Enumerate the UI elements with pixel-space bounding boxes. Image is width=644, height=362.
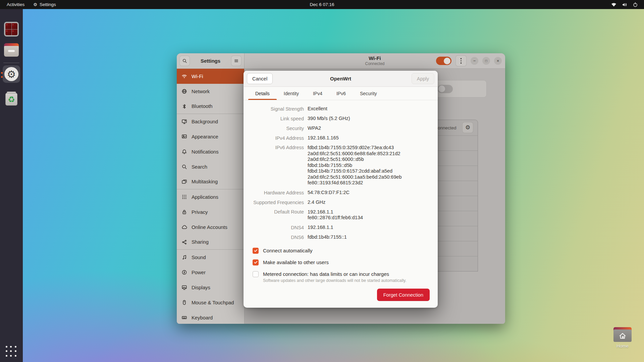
minimize-button[interactable]: − (471, 57, 478, 65)
detail-row: Signal StrengthExcellent (244, 106, 438, 112)
sidebar-item-appearance[interactable]: Appearance (177, 129, 244, 144)
checkbox[interactable] (253, 259, 259, 265)
sound-icon (181, 254, 187, 260)
sidebar-item-displays[interactable]: Displays (177, 280, 244, 295)
checkbox[interactable] (253, 248, 259, 254)
sidebar-item-online-accounts[interactable]: Online Accounts (177, 220, 244, 235)
sidebar-item-background[interactable]: Background (177, 114, 244, 129)
sidebar-item-bluetooth[interactable]: Bluetooth (177, 99, 244, 114)
main-menu-button[interactable] (231, 56, 241, 66)
sidebar-item-mouse[interactable]: Mouse & Touchpad (177, 295, 244, 310)
wifi-toggle[interactable] (436, 57, 451, 65)
checkbox-label: Metered connection: has data limits or c… (263, 271, 389, 277)
detail-label: IPv6 Address (244, 145, 304, 186)
hamburger-menu-icon (234, 58, 239, 63)
detail-label: Security (244, 125, 304, 131)
dialog-headerbar: OpenWrt Cancel Apply (244, 71, 438, 87)
more-options-button[interactable] (455, 55, 467, 66)
sidebar-item-multitasking[interactable]: Multitasking (177, 174, 244, 189)
home-folder-label: Home (612, 344, 633, 349)
close-button[interactable]: × (494, 57, 502, 65)
search-icon (182, 58, 187, 63)
activities-button[interactable]: Activities (7, 2, 24, 7)
sidebar-item-label: Privacy (192, 209, 208, 215)
network-icon (181, 88, 187, 94)
checkbox-row: Metered connection: has data limits or c… (253, 271, 430, 277)
dialog-tabs: DetailsIdentityIPv4IPv6Security (244, 87, 438, 100)
detail-label: Link speed (244, 116, 304, 122)
detail-label: Hardware Address (244, 190, 304, 196)
sidebar-item-notifications[interactable]: Notifications (177, 144, 244, 159)
sidebar-item-sound[interactable]: Sound (177, 250, 244, 265)
detail-value: WPA2 (308, 125, 321, 131)
sidebar-item-label: Mouse & Touchpad (192, 300, 234, 305)
sidebar-item-wifi[interactable]: Wi-Fi (177, 69, 244, 84)
apply-button[interactable]: Apply (412, 73, 434, 84)
dock-files-icon[interactable] (4, 43, 19, 57)
sidebar-item-label: Power (192, 270, 206, 275)
detail-label: Supported Frequencies (244, 199, 304, 205)
search-button[interactable] (179, 56, 190, 66)
app-gear-icon: ⚙ (33, 2, 37, 7)
connection-details-dialog: OpenWrt Cancel Apply DetailsIdentityIPv4… (244, 71, 438, 308)
sidebar-item-applications[interactable]: Applications (177, 189, 244, 204)
detail-label: DNS6 (244, 234, 304, 240)
detail-value: 2.4 GHz (308, 199, 325, 205)
clock[interactable]: Dec 6 07:16 (310, 2, 334, 7)
notifications-icon (181, 149, 187, 155)
sidebar-item-search[interactable]: Search (177, 159, 244, 174)
checkbox[interactable] (253, 271, 259, 277)
detail-value: 54:78:C9:D7:F1:2C (308, 190, 350, 196)
background-icon (181, 119, 187, 124)
tab-details[interactable]: Details (248, 87, 277, 100)
dock: ⚙ ♻ (0, 9, 23, 362)
dock-terminal-icon[interactable] (4, 22, 19, 37)
tab-security[interactable]: Security (353, 87, 384, 100)
detail-label: Default Route (244, 209, 304, 221)
top-bar: Activities ⚙ Settings Dec 6 07:16 (0, 0, 644, 9)
running-indicator-dots (1, 72, 3, 78)
sidebar-item-privacy[interactable]: Privacy (177, 204, 244, 220)
privacy-icon (181, 209, 187, 215)
system-status-area[interactable] (611, 2, 644, 7)
detail-value: 390 Mb/s (5.2 GHz) (308, 116, 350, 122)
detail-row: SecurityWPA2 (244, 125, 438, 131)
appearance-icon (181, 134, 187, 139)
wifi-icon (181, 73, 187, 79)
forget-connection-button[interactable]: Forget Connection (377, 289, 430, 301)
house-icon (618, 331, 627, 340)
search-icon (181, 164, 187, 170)
show-applications-button[interactable] (6, 346, 17, 357)
detail-row: IPv6 Addressfdbd:1b4b:7155:0:3259:d02e:7… (244, 145, 438, 186)
detail-value: 192.168.1.165 (308, 135, 339, 141)
sidebar-item-label: Sharing (192, 239, 209, 245)
sidebar-item-label: Wi-Fi (192, 74, 203, 79)
tab-ipv6[interactable]: IPv6 (329, 87, 353, 100)
tab-identity[interactable]: Identity (277, 87, 306, 100)
tab-ipv4[interactable]: IPv4 (306, 87, 329, 100)
sidebar-item-network[interactable]: Network (177, 84, 244, 99)
focused-app-menu[interactable]: ⚙ Settings (33, 2, 56, 7)
maximize-button[interactable]: □ (482, 57, 490, 65)
sidebar-item-label: Online Accounts (192, 225, 227, 230)
detail-row: Link speed390 Mb/s (5.2 GHz) (244, 116, 438, 122)
dock-separator (3, 63, 19, 63)
sidebar-item-sharing[interactable]: Sharing (177, 235, 244, 250)
window-title: Settings (190, 58, 231, 64)
detail-label: IPv4 Address (244, 135, 304, 141)
sidebar-item-label: Notifications (192, 149, 219, 155)
dialog-title: OpenWrt (244, 76, 438, 81)
detail-value: Excellent (308, 106, 327, 112)
keyboard-icon (181, 315, 187, 320)
dock-trash-icon[interactable]: ♻ (4, 91, 19, 106)
sidebar-item-keyboard[interactable]: Keyboard (177, 310, 244, 324)
detail-row: DNS6fdbd:1b4b:7155::1 (244, 234, 438, 240)
power-status-icon (633, 2, 638, 7)
checkbox-label: Make available to other users (263, 259, 329, 265)
network-settings-button[interactable]: ⚙ (462, 122, 473, 133)
dock-settings-icon[interactable]: ⚙ (4, 67, 19, 81)
airplane-mode-toggle[interactable] (437, 85, 453, 93)
home-folder-shortcut[interactable]: Home (612, 327, 633, 349)
recycle-icon: ♻ (8, 96, 15, 104)
sidebar-item-power[interactable]: Power (177, 265, 244, 280)
